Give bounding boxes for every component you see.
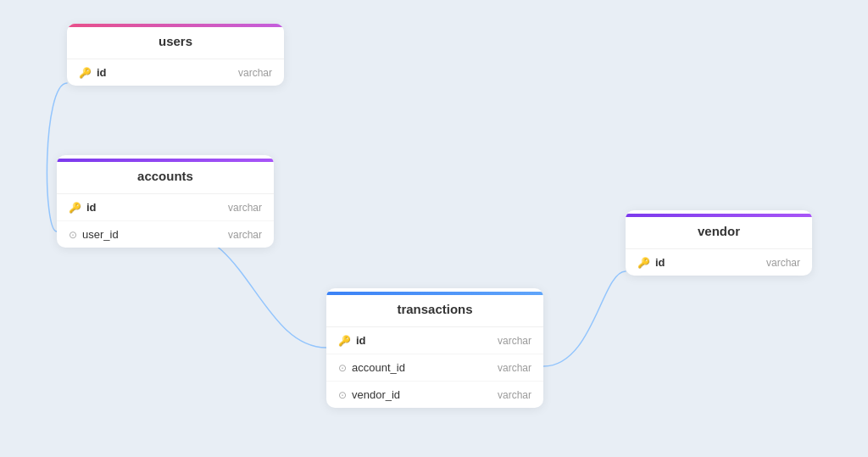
row-field-type: varchar [228, 202, 262, 214]
key-icon: 🔑 [637, 257, 650, 269]
vendor-table-header: vendor [626, 210, 812, 249]
row-field-type: varchar [498, 389, 531, 401]
row-field-name: 🔑 id [637, 256, 665, 269]
table-row: 🔑 id varchar [326, 327, 543, 354]
accounts-table-header: accounts [57, 155, 274, 194]
row-field-name: ⊙ account_id [338, 361, 405, 374]
row-field-type: varchar [766, 257, 800, 269]
key-icon: 🔑 [79, 67, 92, 79]
table-row: ⊙ vendor_id varchar [326, 382, 543, 408]
accounts-table: accounts 🔑 id varchar ⊙ user_id varchar [57, 155, 274, 248]
row-field-type: varchar [498, 362, 531, 374]
row-field-name: 🔑 id [79, 66, 107, 79]
users-table-title: users [159, 34, 192, 48]
fk-icon: ⊙ [338, 362, 347, 374]
row-field-name: 🔑 id [69, 201, 97, 214]
row-field-name: ⊙ user_id [69, 228, 119, 241]
transactions-table: transactions 🔑 id varchar ⊙ account_id v… [326, 288, 543, 408]
row-field-name: ⊙ vendor_id [338, 388, 400, 401]
accounts-table-title: accounts [137, 169, 193, 183]
row-field-type: varchar [238, 67, 272, 79]
row-field-type: varchar [228, 229, 262, 241]
diagram-canvas: users 🔑 id varchar accounts 🔑 id varchar… [0, 0, 868, 457]
row-field-type: varchar [498, 335, 531, 347]
table-row: 🔑 id varchar [67, 59, 284, 86]
fk-icon: ⊙ [338, 389, 347, 401]
table-row: 🔑 id varchar [626, 249, 812, 276]
row-field-name: 🔑 id [338, 334, 366, 347]
users-table: users 🔑 id varchar [67, 24, 284, 86]
table-row: 🔑 id varchar [57, 194, 274, 221]
table-row: ⊙ account_id varchar [326, 354, 543, 382]
key-icon: 🔑 [338, 335, 351, 347]
vendor-table: vendor 🔑 id varchar [626, 210, 812, 276]
table-row: ⊙ user_id varchar [57, 221, 274, 248]
transactions-table-title: transactions [397, 302, 472, 316]
transactions-table-header: transactions [326, 288, 543, 327]
fk-icon: ⊙ [69, 229, 77, 241]
key-icon: 🔑 [69, 202, 81, 214]
vendor-table-title: vendor [698, 224, 740, 238]
users-table-header: users [67, 24, 284, 59]
